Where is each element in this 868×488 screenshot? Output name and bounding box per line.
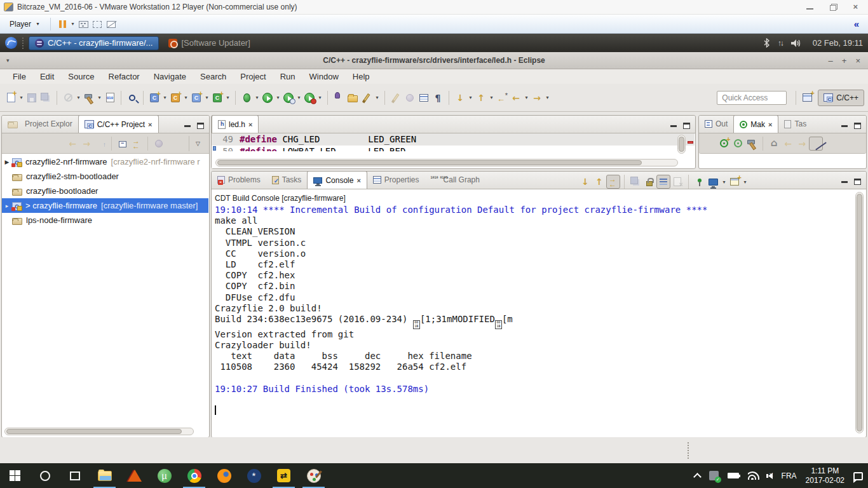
bluetooth-icon[interactable] xyxy=(764,38,770,48)
hide-empty-folders-icon[interactable] xyxy=(809,137,823,151)
wifi-icon[interactable] xyxy=(748,471,759,480)
next-annotation-icon[interactable]: ↓ xyxy=(453,91,467,105)
forward-icon-dropdown[interactable]: ▾ xyxy=(544,95,551,100)
tab-problems[interactable]: Problems xyxy=(212,171,266,189)
console-scroll-lock-icon[interactable] xyxy=(642,175,656,189)
last-edit-icon[interactable] xyxy=(495,91,509,105)
layout-drag-handle[interactable] xyxy=(688,442,689,459)
taskbar-item-eclipse[interactable]: C/C++ - crazyflie-firmware/... xyxy=(29,36,159,50)
sync-arrows-app-icon[interactable]: ⇄ xyxy=(269,463,299,488)
tab-console[interactable]: Console× xyxy=(307,171,367,189)
menu-project[interactable]: Project xyxy=(234,71,272,83)
menu-run[interactable]: Run xyxy=(274,71,302,83)
editor-hscrollbar[interactable] xyxy=(215,159,678,166)
new-icon-dropdown[interactable]: ▾ xyxy=(18,95,25,100)
close-tab-icon[interactable]: × xyxy=(356,177,360,184)
tree-item[interactable]: crazyflie-bootloader xyxy=(2,184,208,198)
forward-icon[interactable]: → xyxy=(530,91,544,105)
console-display-selected-icon[interactable] xyxy=(707,175,721,189)
code-line-49[interactable]: 49 #define CHG_LED LED_GREEN xyxy=(212,133,695,146)
eclipse-close-button[interactable]: × xyxy=(855,56,860,65)
console-link-icon[interactable] xyxy=(606,175,620,189)
host-minimize-button[interactable] xyxy=(806,8,813,10)
eclipse-maximize-button[interactable]: + xyxy=(842,56,847,65)
new-class-icon[interactable] xyxy=(147,91,161,105)
utorrent-icon[interactable]: µ xyxy=(149,463,179,488)
minimize-view-button[interactable] xyxy=(670,125,677,127)
close-tab-icon[interactable]: × xyxy=(148,121,152,128)
menu-search[interactable]: Search xyxy=(194,71,233,83)
new-class-icon-dropdown[interactable]: ▾ xyxy=(161,95,168,100)
profile-icon-dropdown[interactable]: ▾ xyxy=(316,95,323,100)
console-open-icon[interactable] xyxy=(728,175,742,189)
tree-item[interactable]: ▶Ccrazyflie2-nrf-firmware[crazyflie2-nrf… xyxy=(2,154,208,169)
home-icon[interactable]: ⌂ xyxy=(767,137,781,151)
menu-edit[interactable]: Edit xyxy=(34,71,60,83)
eclipse-window-menu-icon[interactable]: ▾ xyxy=(6,57,10,64)
task-view-button[interactable] xyxy=(60,463,90,488)
run-icon[interactable] xyxy=(261,91,275,105)
host-restore-button[interactable] xyxy=(830,5,836,11)
prev-annotation-icon[interactable]: ↑ xyxy=(474,91,488,105)
console-word-wrap-icon[interactable] xyxy=(656,175,670,189)
matlab-icon[interactable] xyxy=(119,463,149,488)
taskbar-clock[interactable]: 1:11 PM 2017-02-02 xyxy=(806,466,844,485)
tree-item[interactable]: crazyflie2-stm-bootloader xyxy=(2,169,208,184)
new-header-icon-dropdown[interactable]: ▾ xyxy=(182,95,189,100)
back-icon-dropdown[interactable]: ▾ xyxy=(523,95,530,100)
blue-tree-app-icon[interactable]: * xyxy=(239,463,269,488)
tree-item[interactable]: ▸C> crazyflie-firmware[crazyflie-firmwar… xyxy=(2,198,208,213)
new-source-icon[interactable] xyxy=(189,91,203,105)
build-icon[interactable] xyxy=(82,91,96,105)
action-center-icon[interactable] xyxy=(853,472,863,480)
taskbar-item-software-updater[interactable]: [Software Updater] xyxy=(163,36,255,50)
console-next-error-icon[interactable]: ↓ xyxy=(578,175,592,189)
menu-refactor[interactable]: Refactor xyxy=(102,71,146,83)
run-icon-dropdown[interactable]: ▾ xyxy=(275,95,281,100)
chrome-icon[interactable] xyxy=(179,463,209,488)
host-close-button[interactable]: × xyxy=(853,3,858,11)
start-button[interactable] xyxy=(0,463,30,488)
expand-arrow-icon[interactable]: ▶ xyxy=(2,159,12,165)
tab-call-graph[interactable]: 1010 0101Call Graph xyxy=(425,171,485,189)
fullscreen-icon[interactable] xyxy=(90,17,104,31)
annotate-icon-dropdown[interactable]: ▾ xyxy=(374,95,381,100)
tab-properties[interactable]: Properties xyxy=(367,171,425,189)
firefox-icon[interactable] xyxy=(209,463,239,488)
menu-window[interactable]: Window xyxy=(303,71,345,83)
import-icon[interactable] xyxy=(332,91,346,105)
lubuntu-menu-icon[interactable] xyxy=(5,37,17,49)
battery-icon[interactable] xyxy=(728,473,739,478)
new-make-target-icon[interactable] xyxy=(717,137,731,151)
close-tab-icon[interactable]: × xyxy=(768,121,772,128)
vm-clock[interactable]: 02 Feb, 19:11 xyxy=(813,38,863,48)
vmware-titlebar[interactable]: Bitcraze_VM_2016-06 - VMware Workstation… xyxy=(0,0,868,15)
view-menu-icon[interactable]: ▽ xyxy=(189,136,207,151)
show-whitespace-icon[interactable]: ¶ xyxy=(431,91,445,105)
collapse-all-icon[interactable] xyxy=(116,137,130,151)
suspend-icon[interactable] xyxy=(55,17,69,31)
network-icon[interactable]: ↑↓ xyxy=(778,39,783,48)
search-icon[interactable] xyxy=(125,91,139,105)
cortana-button[interactable] xyxy=(30,463,60,488)
tab-mak[interactable]: Mak× xyxy=(733,115,778,133)
menu-source[interactable]: Source xyxy=(62,71,100,83)
paint-app-icon[interactable] xyxy=(299,463,329,488)
back-icon[interactable]: ← xyxy=(509,91,523,105)
new-header-icon[interactable] xyxy=(168,91,182,105)
minimize-view-button[interactable] xyxy=(841,181,848,183)
expand-arrow-icon[interactable]: ▸ xyxy=(2,203,12,209)
open-perspective-icon[interactable] xyxy=(800,91,814,105)
console-output[interactable]: CDT Build Console [crazyflie-firmware] 1… xyxy=(212,189,865,437)
toolbar-collapse-icon[interactable]: « xyxy=(854,18,863,29)
run-history-icon[interactable] xyxy=(281,91,295,105)
tab-tas[interactable]: Tas xyxy=(778,115,812,133)
code-editor[interactable]: 49 #define CHG_LED LED_GREEN 50 #define … xyxy=(212,133,695,168)
next-annotation-icon-dropdown[interactable]: ▾ xyxy=(467,95,474,100)
show-view-icon[interactable] xyxy=(417,91,431,105)
debug-icon[interactable] xyxy=(240,91,254,105)
profile-icon[interactable] xyxy=(302,91,316,105)
maximize-view-button[interactable] xyxy=(854,179,861,185)
run-history-icon-dropdown[interactable]: ▾ xyxy=(295,95,302,100)
menu-navigate[interactable]: Navigate xyxy=(147,71,193,83)
